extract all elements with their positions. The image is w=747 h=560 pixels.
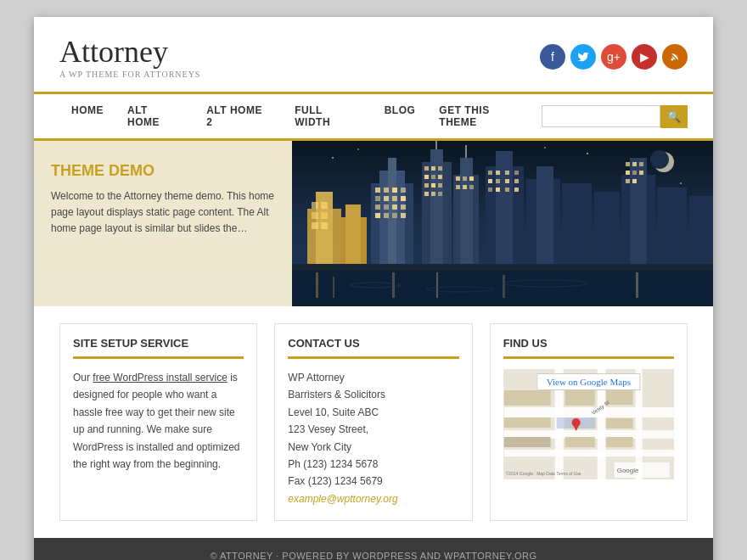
nav-alt-home-2[interactable]: ALT HOME 2	[194, 94, 283, 138]
svg-rect-39	[431, 166, 435, 171]
logo-subtitle: A WP THEME FOR ATTORNEYS	[59, 70, 200, 79]
svg-rect-17	[384, 188, 389, 193]
rss-icon[interactable]	[662, 44, 688, 70]
svg-rect-47	[424, 192, 429, 196]
svg-rect-25	[384, 204, 389, 210]
svg-rect-28	[375, 213, 380, 218]
svg-rect-60	[562, 183, 592, 268]
svg-rect-80	[639, 162, 643, 166]
svg-rect-90	[392, 272, 395, 298]
svg-rect-8	[321, 212, 328, 219]
svg-rect-71	[496, 179, 500, 183]
youtube-icon[interactable]: ▶	[632, 44, 657, 70]
svg-rect-91	[436, 272, 438, 298]
svg-rect-86	[292, 264, 713, 271]
svg-rect-57	[496, 151, 513, 268]
header: Attorney A WP THEME FOR ATTORNEYS f g+ ▶	[34, 17, 713, 92]
svg-rect-21	[384, 196, 389, 201]
svg-rect-48	[431, 192, 435, 196]
svg-rect-85	[632, 179, 637, 183]
map-container: View on Google Maps	[503, 369, 674, 479]
svg-rect-53	[456, 185, 460, 189]
svg-rect-9	[312, 222, 318, 229]
svg-rect-46	[438, 183, 442, 188]
svg-point-0	[671, 58, 674, 60]
svg-rect-66	[488, 171, 492, 175]
svg-rect-22	[392, 196, 397, 201]
hero-text: THEME DEMO Welcome to the Attorney theme…	[34, 141, 292, 306]
svg-rect-116	[503, 417, 550, 428]
svg-rect-31	[401, 213, 406, 218]
footer: © ATTORNEY · POWERED BY WORDPRESS AND WP…	[34, 538, 713, 560]
svg-rect-115	[605, 418, 632, 428]
nav-alt-home[interactable]: ALT HOME	[115, 94, 194, 138]
search-button[interactable]: 🔍	[660, 105, 688, 128]
svg-rect-81	[626, 171, 630, 175]
svg-rect-93	[636, 272, 638, 298]
social-icons: f g+ ▶	[540, 44, 688, 70]
svg-point-101	[587, 153, 588, 154]
nav-get-theme[interactable]: GET THIS THEME	[427, 94, 542, 138]
logo-title: Attorney	[59, 34, 200, 70]
svg-rect-89	[333, 277, 334, 298]
col2-title: CONTACT US	[288, 337, 458, 359]
nav-full-width[interactable]: FULL WIDTH	[283, 94, 372, 138]
nav-home[interactable]: HOME	[59, 94, 115, 138]
svg-rect-19	[401, 188, 406, 193]
col3-title: FIND US	[503, 337, 674, 359]
svg-point-98	[650, 150, 669, 169]
col-contact: CONTACT US WP Attorney Barristers & Soli…	[274, 323, 472, 521]
svg-rect-117	[503, 437, 550, 447]
svg-rect-76	[505, 188, 509, 192]
nav-blog[interactable]: BLOG	[373, 94, 428, 138]
svg-rect-35	[460, 158, 473, 268]
view-on-google-maps-button[interactable]: View on Google Maps	[537, 373, 640, 390]
col2-text: WP Attorney Barristers & Solicitors Leve…	[288, 369, 458, 507]
twitter-icon[interactable]	[570, 44, 596, 70]
hero-section: THEME DEMO Welcome to the Attorney theme…	[34, 141, 713, 306]
svg-rect-107	[503, 450, 673, 456]
svg-rect-83	[639, 171, 643, 175]
svg-rect-43	[438, 175, 442, 179]
col-site-setup: SITE SETUP SERVICE Our free WordPress in…	[59, 323, 257, 521]
email-link[interactable]: example@wpttorney.org	[288, 493, 397, 505]
svg-rect-27	[401, 204, 406, 210]
svg-rect-72	[505, 179, 509, 183]
svg-rect-68	[505, 171, 509, 175]
svg-rect-67	[496, 171, 500, 175]
hero-description: Welcome to the Attorney theme demo. This…	[51, 188, 275, 238]
svg-rect-54	[463, 185, 467, 189]
svg-rect-112	[564, 390, 594, 406]
columns-section: SITE SETUP SERVICE Our free WordPress in…	[34, 306, 713, 538]
svg-rect-45	[431, 183, 435, 188]
svg-rect-49	[438, 192, 442, 196]
svg-rect-70	[488, 179, 492, 183]
wordpress-install-link[interactable]: free WordPress install service	[93, 372, 227, 384]
svg-point-103	[680, 182, 682, 184]
nav-search: 🔍	[542, 105, 688, 128]
svg-rect-78	[626, 162, 630, 166]
svg-rect-119	[605, 437, 632, 447]
facebook-icon[interactable]: f	[540, 44, 565, 70]
svg-rect-12	[345, 204, 361, 268]
footer-text: © ATTORNEY · POWERED BY WORDPRESS AND WP…	[47, 551, 700, 560]
svg-rect-105	[503, 407, 673, 417]
svg-rect-7	[312, 212, 318, 219]
svg-rect-55	[469, 185, 474, 189]
svg-rect-38	[424, 166, 429, 171]
svg-rect-26	[392, 204, 397, 210]
svg-text:Google: Google	[616, 467, 638, 474]
svg-rect-29	[384, 213, 389, 218]
svg-rect-77	[514, 188, 519, 192]
search-input[interactable]	[542, 105, 660, 127]
svg-rect-73	[514, 179, 519, 183]
svg-rect-111	[503, 390, 550, 406]
svg-rect-16	[375, 188, 380, 193]
google-plus-icon[interactable]: g+	[601, 44, 626, 70]
svg-rect-18	[392, 188, 397, 193]
svg-rect-51	[463, 176, 467, 181]
svg-rect-24	[375, 204, 380, 210]
col1-text: Our free WordPress install service is de…	[73, 369, 244, 473]
svg-rect-59	[536, 166, 553, 268]
svg-rect-44	[424, 183, 429, 188]
